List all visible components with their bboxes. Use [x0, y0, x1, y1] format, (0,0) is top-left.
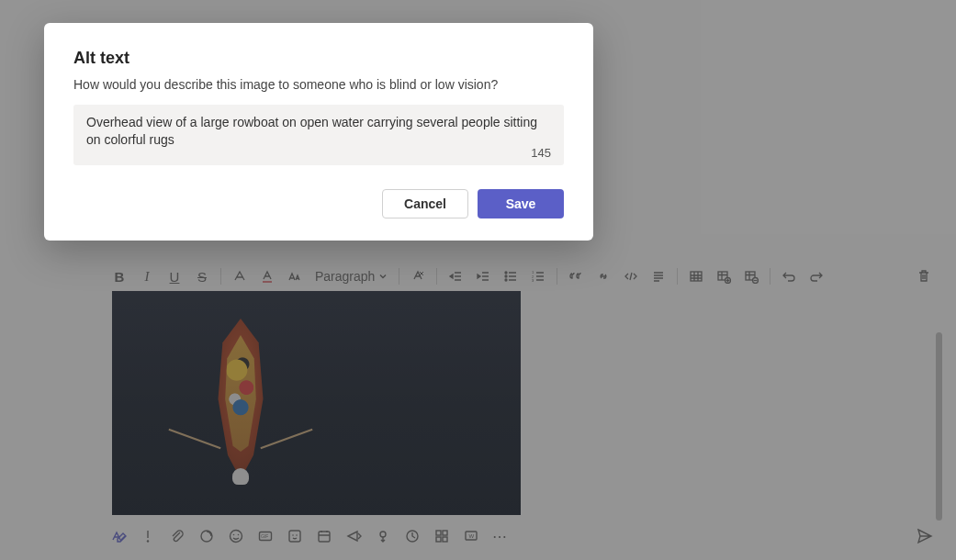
alt-text-input[interactable]: Overhead view of a large rowboat on open… — [73, 105, 564, 165]
alt-text-value: Overhead view of a large rowboat on open… — [86, 114, 551, 149]
dialog-title: Alt text — [73, 49, 564, 68]
cancel-button[interactable]: Cancel — [382, 189, 468, 218]
alt-text-dialog: Alt text How would you describe this ima… — [44, 23, 593, 241]
char-count: 145 — [531, 146, 551, 160]
dialog-prompt: How would you describe this image to som… — [73, 77, 564, 92]
dialog-actions: Cancel Save — [73, 189, 564, 218]
save-button[interactable]: Save — [478, 189, 564, 218]
